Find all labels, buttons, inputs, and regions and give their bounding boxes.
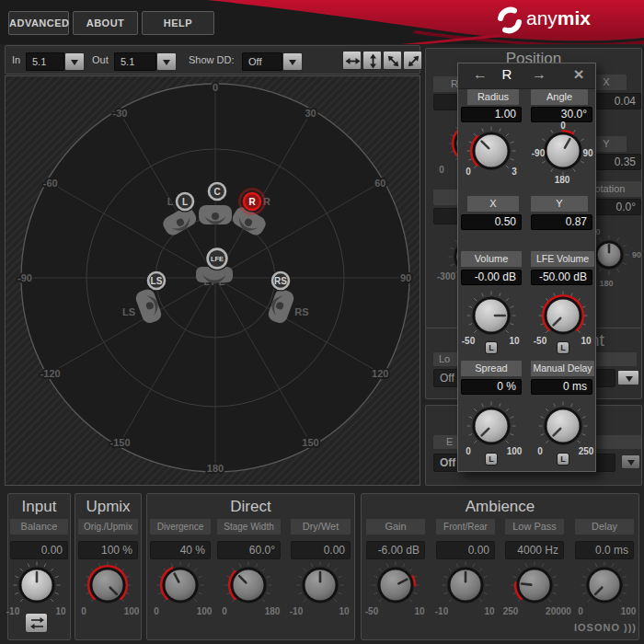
angle-right-label: 90 bbox=[578, 148, 598, 158]
delay-knob[interactable] bbox=[579, 559, 630, 611]
stage-width-label: Stage Width bbox=[217, 519, 281, 535]
orig-upmix-min-label: 0 bbox=[65, 606, 102, 616]
out-label: Out bbox=[92, 54, 109, 65]
y-label: Y bbox=[531, 196, 588, 212]
speaker-handle-l[interactable]: L bbox=[175, 191, 196, 213]
input-format-select[interactable]: 5.1 bbox=[26, 52, 64, 71]
close-panel-button[interactable]: × bbox=[569, 64, 589, 85]
lfe-volume-link-button[interactable]: L bbox=[557, 341, 569, 354]
gain-knob[interactable] bbox=[370, 559, 421, 611]
gain-value-field[interactable]: -6.00 dB bbox=[366, 541, 425, 559]
orig-upmix-knob[interactable] bbox=[82, 559, 133, 611]
angle-label: Angle bbox=[531, 89, 588, 105]
arrow-vertical-icon bbox=[363, 52, 383, 71]
dry-wet-knob[interactable] bbox=[294, 559, 346, 611]
orig-upmix-value-field[interactable]: 100 % bbox=[78, 541, 138, 559]
show-dd-dropdown-button[interactable] bbox=[282, 52, 303, 71]
about-button[interactable]: ABOUT bbox=[73, 11, 138, 35]
gain-label: Gain bbox=[366, 519, 425, 535]
lfe-volume-max-label: 10 bbox=[568, 336, 604, 346]
manual-delay-value-field[interactable]: 0 ms bbox=[531, 379, 592, 395]
pan-mode-button-arrow-horizontal[interactable] bbox=[342, 51, 362, 70]
low-pass-min-label: 250 bbox=[492, 606, 529, 616]
pan-mode-button-arrow-diagonal-down[interactable] bbox=[383, 51, 402, 70]
prev-channel-button[interactable]: ← bbox=[470, 66, 490, 85]
delay-value-field[interactable]: 0.0 ms bbox=[575, 541, 634, 559]
stage-width-min-label: 0 bbox=[206, 606, 243, 616]
y-value-field[interactable]: 0.87 bbox=[531, 214, 592, 230]
section-title-input: Input bbox=[7, 498, 71, 516]
balance-swap-button[interactable] bbox=[25, 613, 48, 633]
angle-label--60: -60 bbox=[43, 178, 58, 189]
x-label: X bbox=[467, 196, 519, 212]
speaker-handle-label-l: L bbox=[182, 197, 188, 207]
spread-label: Spread bbox=[461, 361, 522, 376]
delay-label: Delay bbox=[575, 519, 634, 535]
radius-value-field[interactable]: 1.00 bbox=[461, 107, 522, 122]
low-pass-label: Low Pass bbox=[505, 519, 564, 535]
help-button[interactable]: HELP bbox=[142, 11, 214, 35]
balance-knob[interactable] bbox=[11, 559, 63, 611]
speaker-handle-lfe[interactable]: LFE bbox=[205, 247, 229, 270]
manual-delay-knob[interactable] bbox=[536, 399, 590, 453]
chevron-down-icon bbox=[626, 376, 633, 382]
balance-value-field[interactable]: 0.00 bbox=[10, 541, 68, 559]
radius-label: Radius bbox=[467, 89, 519, 105]
manual-delay-link-button[interactable]: L bbox=[557, 453, 569, 466]
output-format-dropdown-button[interactable] bbox=[156, 52, 177, 71]
speaker-handle-c[interactable]: C bbox=[207, 181, 228, 202]
advanced-button[interactable]: ADVANCED bbox=[8, 11, 69, 35]
show-dd-select[interactable]: Off bbox=[242, 52, 282, 71]
angle-bottom-label: 180 bbox=[549, 175, 575, 185]
spread-knob[interactable] bbox=[465, 399, 518, 453]
speaker-handle-rs[interactable]: RS bbox=[270, 270, 292, 292]
volume-label: Volume bbox=[461, 251, 522, 267]
aux-panel-2-dropdown-button[interactable] bbox=[617, 370, 639, 385]
speaker-handle-r[interactable]: R bbox=[240, 190, 265, 214]
dry-wet-value-field[interactable]: 0.00 bbox=[291, 541, 351, 559]
spread-value-field[interactable]: 0 % bbox=[461, 379, 522, 395]
delay-min-label: 0 bbox=[562, 606, 599, 616]
divergence-label: Divergence bbox=[150, 519, 211, 535]
panner-stage[interactable]: 0306090120150180-150-120-90-60-30LRLSRSL… bbox=[5, 75, 420, 486]
volume-value-field[interactable]: -0.00 dB bbox=[461, 270, 522, 285]
section-title-ambience: Ambience bbox=[361, 498, 639, 516]
lfe-volume-knob[interactable] bbox=[536, 289, 590, 342]
speaker-tag-ls: LS bbox=[122, 306, 135, 317]
pan-mode-button-arrow-vertical[interactable] bbox=[362, 51, 382, 70]
speaker-tag-rs: RS bbox=[294, 306, 308, 317]
spread-link-button[interactable]: L bbox=[485, 453, 498, 466]
stage-width-value-field[interactable]: 60.0° bbox=[217, 541, 281, 559]
radius-min-label: 0 bbox=[450, 167, 487, 177]
aux-panel-3-dropdown-button[interactable] bbox=[621, 454, 640, 469]
channel-edit-panel: ← R → × RadiusAngle1.0030.0°030 -90 90 1… bbox=[457, 63, 596, 472]
angle-label-0: 0 bbox=[213, 82, 218, 93]
speaker-handle-ls[interactable]: LS bbox=[146, 270, 167, 292]
angle-label-120: 120 bbox=[372, 368, 388, 379]
pan-mode-button-arrow-diagonal-up[interactable] bbox=[403, 51, 422, 70]
next-channel-button[interactable]: → bbox=[528, 66, 550, 85]
panner-radar[interactable]: 0306090120150180-150-120-90-60-30LRLSRSL… bbox=[6, 76, 420, 485]
low-pass-knob[interactable] bbox=[509, 559, 560, 611]
volume-link-button[interactable]: L bbox=[485, 341, 498, 354]
header-bar: anymix ADVANCED ABOUT HELP bbox=[0, 0, 644, 44]
spread-min-label: 0 bbox=[450, 446, 487, 456]
lfe-volume-min-label: -50 bbox=[522, 336, 558, 346]
lfe-volume-value-field[interactable]: -50.00 dB bbox=[531, 270, 592, 285]
front-rear-knob[interactable] bbox=[440, 559, 491, 611]
anymix-logo-text: anymix bbox=[526, 7, 591, 29]
speaker-handle-label-r: R bbox=[248, 197, 256, 207]
panner-toolbar: In 5.1 Out 5.1 Show DD: Off bbox=[5, 45, 420, 75]
chevron-down-icon bbox=[163, 60, 170, 65]
low-pass-value-field[interactable]: 4000 Hz bbox=[505, 541, 564, 559]
output-format-select[interactable]: 5.1 bbox=[114, 52, 156, 71]
divergence-value-field[interactable]: 40 % bbox=[150, 541, 211, 559]
stage-width-knob[interactable] bbox=[223, 559, 274, 611]
x-value-field[interactable]: 0.50 bbox=[461, 214, 522, 230]
orig-upmix-label: Orig./Upmix bbox=[78, 519, 138, 535]
input-format-dropdown-button[interactable] bbox=[64, 52, 85, 71]
in-label: In bbox=[12, 54, 20, 65]
divergence-knob[interactable] bbox=[155, 559, 206, 611]
volume-knob[interactable] bbox=[465, 289, 518, 342]
front-rear-value-field[interactable]: 0.00 bbox=[436, 541, 495, 559]
